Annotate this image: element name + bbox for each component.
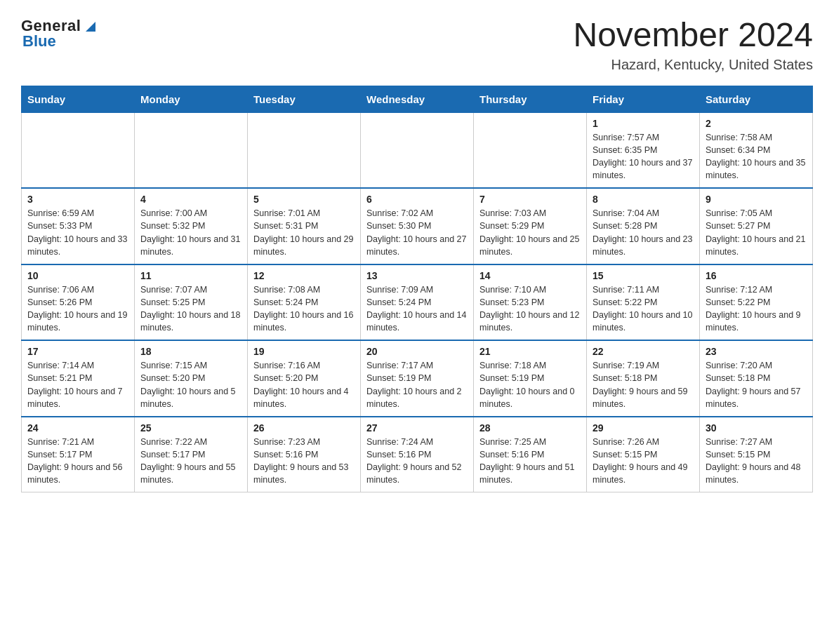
day-info: Sunrise: 7:00 AM Sunset: 5:32 PM Dayligh… (140, 207, 241, 258)
day-info: Sunrise: 7:03 AM Sunset: 5:29 PM Dayligh… (479, 207, 581, 258)
day-info: Sunrise: 7:01 AM Sunset: 5:31 PM Dayligh… (253, 207, 355, 258)
calendar-day-cell (135, 112, 248, 188)
calendar-day-cell: 25Sunrise: 7:22 AM Sunset: 5:17 PM Dayli… (135, 417, 248, 492)
calendar-day-cell: 16Sunrise: 7:12 AM Sunset: 5:22 PM Dayli… (700, 264, 813, 341)
calendar-week-row: 24Sunrise: 7:21 AM Sunset: 5:17 PM Dayli… (22, 417, 813, 492)
day-number: 19 (253, 346, 355, 357)
day-info: Sunrise: 6:59 AM Sunset: 5:33 PM Dayligh… (27, 207, 128, 258)
calendar-day-cell (474, 112, 587, 188)
day-of-week-header: Sunday (22, 86, 135, 112)
day-number: 18 (140, 346, 241, 357)
day-info: Sunrise: 7:26 AM Sunset: 5:15 PM Dayligh… (593, 436, 694, 487)
day-of-week-header: Thursday (474, 86, 587, 112)
calendar-day-cell: 28Sunrise: 7:25 AM Sunset: 5:16 PM Dayli… (474, 417, 587, 492)
calendar-day-cell: 24Sunrise: 7:21 AM Sunset: 5:17 PM Dayli… (22, 417, 135, 492)
calendar-day-cell: 20Sunrise: 7:17 AM Sunset: 5:19 PM Dayli… (361, 340, 474, 417)
day-info: Sunrise: 7:20 AM Sunset: 5:18 PM Dayligh… (706, 359, 807, 410)
day-of-week-header: Friday (587, 86, 700, 112)
calendar-day-cell: 4Sunrise: 7:00 AM Sunset: 5:32 PM Daylig… (135, 188, 248, 264)
calendar-day-cell: 8Sunrise: 7:04 AM Sunset: 5:28 PM Daylig… (587, 188, 700, 264)
day-info: Sunrise: 7:10 AM Sunset: 5:23 PM Dayligh… (479, 283, 581, 335)
day-info: Sunrise: 7:15 AM Sunset: 5:20 PM Dayligh… (140, 359, 241, 410)
calendar-day-cell: 30Sunrise: 7:27 AM Sunset: 5:15 PM Dayli… (700, 417, 813, 492)
day-info: Sunrise: 7:22 AM Sunset: 5:17 PM Dayligh… (140, 436, 241, 487)
day-number: 22 (593, 346, 694, 357)
day-number: 20 (366, 346, 468, 357)
day-info: Sunrise: 7:23 AM Sunset: 5:16 PM Dayligh… (253, 436, 355, 487)
calendar-subtitle: Hazard, Kentucky, United States (573, 57, 813, 73)
calendar-day-cell: 5Sunrise: 7:01 AM Sunset: 5:31 PM Daylig… (248, 188, 361, 264)
calendar-day-cell: 3Sunrise: 6:59 AM Sunset: 5:33 PM Daylig… (22, 188, 135, 264)
calendar-day-cell: 18Sunrise: 7:15 AM Sunset: 5:20 PM Dayli… (135, 340, 248, 417)
svg-marker-0 (86, 22, 95, 32)
day-number: 15 (593, 270, 694, 281)
calendar-week-row: 17Sunrise: 7:14 AM Sunset: 5:21 PM Dayli… (22, 340, 813, 417)
calendar-day-cell: 7Sunrise: 7:03 AM Sunset: 5:29 PM Daylig… (474, 188, 587, 264)
page-header: General Blue November 2024 Hazard, Kentu… (21, 17, 813, 73)
calendar-day-cell: 14Sunrise: 7:10 AM Sunset: 5:23 PM Dayli… (474, 264, 587, 341)
day-number: 4 (140, 194, 241, 205)
day-info: Sunrise: 7:16 AM Sunset: 5:20 PM Dayligh… (253, 359, 355, 410)
day-info: Sunrise: 7:02 AM Sunset: 5:30 PM Dayligh… (366, 207, 468, 258)
day-number: 29 (593, 422, 694, 434)
day-number: 30 (706, 422, 807, 434)
day-info: Sunrise: 7:11 AM Sunset: 5:22 PM Dayligh… (593, 283, 694, 335)
calendar-day-cell: 1Sunrise: 7:57 AM Sunset: 6:35 PM Daylig… (587, 112, 700, 188)
day-number: 17 (27, 346, 128, 357)
calendar-header-row: SundayMondayTuesdayWednesdayThursdayFrid… (22, 86, 813, 112)
day-info: Sunrise: 7:58 AM Sunset: 6:34 PM Dayligh… (706, 131, 807, 182)
calendar-week-row: 10Sunrise: 7:06 AM Sunset: 5:26 PM Dayli… (22, 264, 813, 341)
logo-blue: Blue (21, 32, 56, 51)
day-info: Sunrise: 7:24 AM Sunset: 5:16 PM Dayligh… (366, 436, 468, 487)
day-info: Sunrise: 7:21 AM Sunset: 5:17 PM Dayligh… (27, 436, 128, 487)
day-number: 27 (366, 422, 468, 434)
day-of-week-header: Monday (135, 86, 248, 112)
day-number: 14 (479, 270, 581, 281)
day-number: 7 (479, 194, 581, 205)
calendar-day-cell: 23Sunrise: 7:20 AM Sunset: 5:18 PM Dayli… (700, 340, 813, 417)
calendar-day-cell: 26Sunrise: 7:23 AM Sunset: 5:16 PM Dayli… (248, 417, 361, 492)
day-info: Sunrise: 7:19 AM Sunset: 5:18 PM Dayligh… (593, 359, 694, 410)
logo-triangle-icon (83, 19, 95, 32)
calendar-table: SundayMondayTuesdayWednesdayThursdayFrid… (21, 86, 813, 493)
calendar-day-cell: 13Sunrise: 7:09 AM Sunset: 5:24 PM Dayli… (361, 264, 474, 341)
calendar-day-cell (361, 112, 474, 188)
day-info: Sunrise: 7:08 AM Sunset: 5:24 PM Dayligh… (253, 283, 355, 335)
day-number: 25 (140, 422, 241, 434)
day-info: Sunrise: 7:57 AM Sunset: 6:35 PM Dayligh… (593, 131, 694, 182)
calendar-day-cell: 27Sunrise: 7:24 AM Sunset: 5:16 PM Dayli… (361, 417, 474, 492)
calendar-day-cell: 11Sunrise: 7:07 AM Sunset: 5:25 PM Dayli… (135, 264, 248, 341)
logo: General Blue (21, 17, 95, 51)
day-number: 11 (140, 270, 241, 281)
calendar-day-cell: 9Sunrise: 7:05 AM Sunset: 5:27 PM Daylig… (700, 188, 813, 264)
day-of-week-header: Tuesday (248, 86, 361, 112)
calendar-day-cell: 29Sunrise: 7:26 AM Sunset: 5:15 PM Dayli… (587, 417, 700, 492)
day-info: Sunrise: 7:04 AM Sunset: 5:28 PM Dayligh… (593, 207, 694, 258)
day-number: 1 (593, 118, 694, 129)
calendar-day-cell: 6Sunrise: 7:02 AM Sunset: 5:30 PM Daylig… (361, 188, 474, 264)
day-number: 26 (253, 422, 355, 434)
calendar-day-cell: 19Sunrise: 7:16 AM Sunset: 5:20 PM Dayli… (248, 340, 361, 417)
calendar-day-cell: 15Sunrise: 7:11 AM Sunset: 5:22 PM Dayli… (587, 264, 700, 341)
calendar-day-cell: 22Sunrise: 7:19 AM Sunset: 5:18 PM Dayli… (587, 340, 700, 417)
day-number: 21 (479, 346, 581, 357)
calendar-title: November 2024 (573, 17, 813, 54)
day-number: 8 (593, 194, 694, 205)
calendar-day-cell: 21Sunrise: 7:18 AM Sunset: 5:19 PM Dayli… (474, 340, 587, 417)
day-number: 28 (479, 422, 581, 434)
day-number: 3 (27, 194, 128, 205)
day-number: 9 (706, 194, 807, 205)
calendar-week-row: 3Sunrise: 6:59 AM Sunset: 5:33 PM Daylig… (22, 188, 813, 264)
day-info: Sunrise: 7:06 AM Sunset: 5:26 PM Dayligh… (27, 283, 128, 335)
day-info: Sunrise: 7:18 AM Sunset: 5:19 PM Dayligh… (479, 359, 581, 410)
calendar-day-cell (22, 112, 135, 188)
day-info: Sunrise: 7:09 AM Sunset: 5:24 PM Dayligh… (366, 283, 468, 335)
day-number: 10 (27, 270, 128, 281)
day-number: 5 (253, 194, 355, 205)
day-info: Sunrise: 7:12 AM Sunset: 5:22 PM Dayligh… (706, 283, 807, 335)
day-info: Sunrise: 7:25 AM Sunset: 5:16 PM Dayligh… (479, 436, 581, 487)
day-number: 2 (706, 118, 807, 129)
day-number: 13 (366, 270, 468, 281)
day-info: Sunrise: 7:14 AM Sunset: 5:21 PM Dayligh… (27, 359, 128, 410)
day-of-week-header: Wednesday (361, 86, 474, 112)
